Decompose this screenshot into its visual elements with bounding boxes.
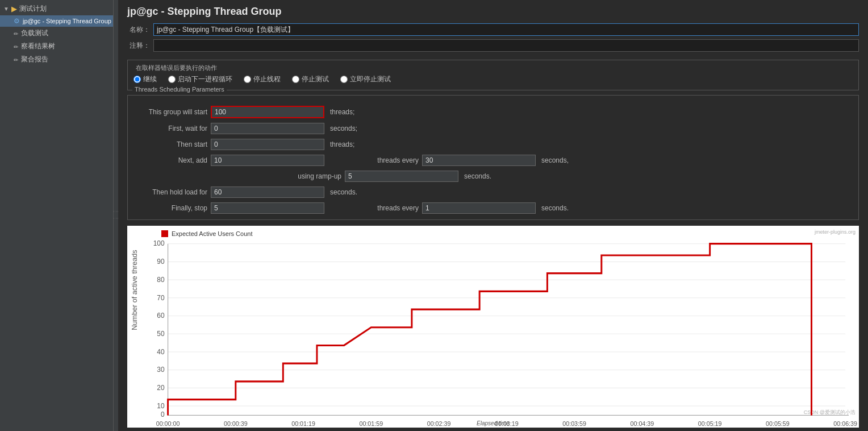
name-row: 名称： xyxy=(127,23,859,36)
radio-stop-test[interactable]: 停止测试 xyxy=(292,74,329,84)
report-icon xyxy=(14,56,18,64)
svg-text:Number of active threads: Number of active threads xyxy=(131,250,139,330)
plan-icon: ▶ xyxy=(11,5,17,13)
first-wait-input[interactable] xyxy=(211,123,324,134)
scheduling-title: Threads Scheduling Parameters xyxy=(132,86,227,93)
finally-stop-input[interactable] xyxy=(211,202,324,214)
next-add-input[interactable] xyxy=(211,155,324,166)
then-start-input[interactable] xyxy=(211,139,324,150)
param-row-next-add: Next, add threads every seconds, xyxy=(133,155,853,166)
svg-text:30: 30 xyxy=(157,366,164,374)
first-wait-unit: seconds; xyxy=(330,125,357,132)
hold-load-unit: seconds. xyxy=(330,188,357,196)
svg-text:00:06:39: 00:06:39 xyxy=(833,420,857,427)
svg-text:00:04:39: 00:04:39 xyxy=(631,420,654,427)
svg-text:20: 20 xyxy=(157,384,164,392)
sidebar-plan[interactable]: ▼ ▶ 测试计划 xyxy=(0,2,113,15)
comment-input[interactable] xyxy=(153,39,859,52)
page-title: jp@gc - Stepping Thread Group xyxy=(118,0,868,21)
finally-threads-every-unit: seconds. xyxy=(541,204,569,212)
radio-next-loop[interactable]: 启动下一进程循环 xyxy=(168,74,232,84)
sidebar-item-view-tree[interactable]: 察看结果树 xyxy=(0,40,113,53)
radio-stop-thread[interactable]: 停止线程 xyxy=(244,74,281,84)
param-row-ramp: using ramp-up seconds. xyxy=(133,171,853,182)
params-grid: This group will start threads; First, wa… xyxy=(133,106,853,214)
finally-stop-label: Finally, stop xyxy=(133,204,207,212)
load-test-label: 负载测试 xyxy=(21,28,48,38)
sidebar-splitter[interactable]: ⋮⋮ xyxy=(114,0,118,431)
svg-text:80: 80 xyxy=(157,276,164,284)
x-axis-label: Elapsed time xyxy=(477,420,510,426)
svg-text:00:00:39: 00:00:39 xyxy=(224,420,248,427)
group-start-input[interactable] xyxy=(211,106,324,118)
svg-text:70: 70 xyxy=(157,293,164,301)
report-label: 聚合报告 xyxy=(21,55,48,64)
view-tree-label: 察看结果树 xyxy=(21,42,55,51)
error-action-section: 在取样器错误后要执行的动作 继续 启动下一进程循环 停止线程 停止测试 立即停止… xyxy=(127,60,859,90)
form-area: 名称： 注释： xyxy=(118,21,868,57)
finally-threads-every-label: threads every xyxy=(350,204,419,212)
sidebar-group-label: jp@gc - Stepping Thread Group xyxy=(23,18,111,24)
svg-text:0: 0 xyxy=(161,411,165,418)
svg-text:10: 10 xyxy=(157,401,164,409)
hold-load-input[interactable] xyxy=(211,187,324,198)
then-start-label: Then start xyxy=(133,140,207,148)
comment-label: 注释： xyxy=(127,41,150,51)
then-start-unit: threads; xyxy=(330,140,354,148)
param-row-then-start: Then start threads; xyxy=(133,139,853,150)
threads-every-label: threads every xyxy=(350,156,419,164)
svg-text:40: 40 xyxy=(157,347,164,355)
gear-icon xyxy=(14,17,20,25)
sidebar-item-group[interactable]: jp@gc - Stepping Thread Group xyxy=(0,15,113,27)
svg-text:00:03:59: 00:03:59 xyxy=(562,420,586,427)
comment-row: 注释： xyxy=(127,39,859,52)
sidebar: ▼ ▶ 测试计划 jp@gc - Stepping Thread Group 负… xyxy=(0,0,114,431)
threads-every-input[interactable] xyxy=(422,155,536,166)
hold-load-label: Then hold load for xyxy=(133,188,207,196)
group-start-unit: threads; xyxy=(330,108,354,116)
svg-text:90: 90 xyxy=(157,258,164,266)
scheduling-section: Threads Scheduling Parameters This group… xyxy=(127,95,859,220)
radio-continue[interactable]: 继续 xyxy=(133,74,157,84)
svg-text:00:05:59: 00:05:59 xyxy=(766,420,790,427)
svg-text:00:02:39: 00:02:39 xyxy=(427,420,451,427)
using-ramp-unit: seconds. xyxy=(464,172,491,180)
param-row-first-wait: First, wait for seconds; xyxy=(133,123,853,134)
pencil-icon xyxy=(14,30,18,38)
svg-text:00:05:19: 00:05:19 xyxy=(698,420,722,427)
error-radio-group: 继续 启动下一进程循环 停止线程 停止测试 立即停止测试 xyxy=(133,72,853,86)
sidebar-item-load-test[interactable]: 负载测试 xyxy=(0,27,113,40)
chart-area: Expected Active Users Count jmeter-plugi… xyxy=(127,226,859,428)
group-start-label: This group will start xyxy=(133,108,207,116)
param-row-hold: Then hold load for seconds. xyxy=(133,187,853,198)
name-label: 名称： xyxy=(127,25,150,35)
chart-svg: 100 90 80 70 60 50 40 30 20 10 0 00:00:0… xyxy=(127,226,859,428)
finally-threads-every-input[interactable] xyxy=(422,202,536,214)
svg-text:00:01:19: 00:01:19 xyxy=(291,420,315,427)
arrow-icon: ▼ xyxy=(3,6,9,12)
first-wait-label: First, wait for xyxy=(133,125,207,132)
svg-text:50: 50 xyxy=(157,330,164,338)
svg-text:00:00:00: 00:00:00 xyxy=(156,420,180,427)
name-input[interactable] xyxy=(153,23,859,36)
radio-stop-now[interactable]: 立即停止测试 xyxy=(340,74,391,84)
error-section-title: 在取样器错误后要执行的动作 xyxy=(133,64,219,72)
tree-icon xyxy=(14,43,18,51)
sidebar-item-report[interactable]: 聚合报告 xyxy=(0,53,113,66)
svg-text:100: 100 xyxy=(153,239,165,247)
param-row-group-start: This group will start threads; xyxy=(133,106,853,118)
using-ramp-label: using ramp-up xyxy=(273,172,341,180)
main-panel: jp@gc - Stepping Thread Group 名称： 注释： 在取… xyxy=(118,0,868,431)
sidebar-plan-label: 测试计划 xyxy=(19,4,47,14)
svg-text:00:01:59: 00:01:59 xyxy=(359,420,383,427)
svg-text:60: 60 xyxy=(157,312,164,320)
param-row-finally: Finally, stop threads every seconds. xyxy=(133,202,853,214)
using-ramp-input[interactable] xyxy=(345,171,458,182)
next-add-label: Next, add xyxy=(133,156,207,164)
threads-every-unit: seconds, xyxy=(541,156,569,164)
